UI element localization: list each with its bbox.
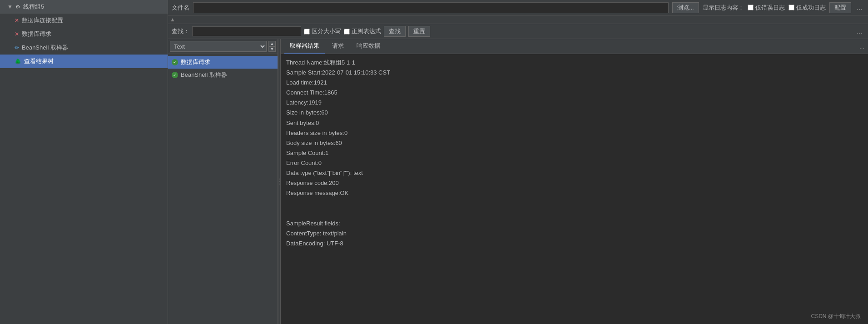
- regex-group: 正则表达式: [344, 27, 381, 35]
- result-line: Connect Time:1865: [286, 88, 863, 98]
- errors-only-checkbox[interactable]: [748, 5, 754, 10]
- sidebar-item-label: 查看结果树: [24, 57, 54, 65]
- result-line: Sample Start:2022-07-01 15:10:33 CST: [286, 68, 863, 78]
- result-line: Error Count:0: [286, 158, 863, 168]
- status-dot-green: [172, 72, 178, 78]
- browse-button[interactable]: 浏览...: [672, 2, 699, 13]
- search-dots-button[interactable]: ...: [855, 27, 864, 35]
- case-sensitive-group: 区分大小写: [304, 27, 341, 35]
- result-line: Thread Name:线程组5 1-1: [286, 58, 863, 68]
- tab-label: 取样器结果: [290, 42, 319, 49]
- result-line: [286, 198, 863, 208]
- watermark: CSDN @十旬叶大叔: [811, 313, 861, 320]
- result-line: ContentType: text/plain: [286, 229, 863, 239]
- result-line: Response code:200: [286, 178, 863, 188]
- search-label: 查找：: [172, 27, 189, 35]
- sidebar-item-view-results-tree[interactable]: 🌲 查看结果树: [0, 55, 168, 68]
- arrow-down-btn[interactable]: ▼: [268, 46, 276, 52]
- case-sensitive-label: 区分大小写: [312, 27, 341, 35]
- result-line: Sent bytes:0: [286, 118, 863, 128]
- sidebar-item-db-config[interactable]: ✕ 数据库连接配置: [0, 14, 168, 27]
- log-label: 显示日志内容：: [703, 4, 744, 12]
- sidebar-item-thread-group[interactable]: ▼ ⚙ 线程组5: [0, 0, 168, 14]
- file-path-input[interactable]: [193, 2, 669, 13]
- main-content: 文件名 浏览... 显示日志内容： 仅错误日志 仅成功日志 配置 ... ▲ 查…: [168, 0, 868, 324]
- tab-label: 请求: [332, 42, 344, 49]
- result-line: SampleResult fields:: [286, 219, 863, 229]
- tab-sampler-result[interactable]: 取样器结果: [284, 39, 325, 54]
- collapse-row: ▲: [168, 15, 868, 24]
- search-input[interactable]: [192, 26, 301, 36]
- sidebar-item-label: BeanShell 取样器: [22, 44, 68, 52]
- reset-button[interactable]: 重置: [408, 26, 430, 37]
- result-line: Load time:1921: [286, 78, 863, 88]
- regex-checkbox[interactable]: [344, 29, 350, 35]
- find-button[interactable]: 查找: [384, 26, 406, 37]
- collapse-arrow[interactable]: ▲: [170, 16, 175, 23]
- pencil-icon: ✏: [15, 45, 19, 51]
- config-button[interactable]: 配置: [829, 2, 851, 13]
- case-sensitive-checkbox[interactable]: [304, 29, 310, 35]
- content-area: Text RegExp Tester CSS/JQuery Tester XPa…: [168, 39, 868, 324]
- tree-item-label: BeanShell 取样器: [181, 71, 227, 79]
- gear-icon: ⚙: [15, 4, 20, 10]
- success-only-checkbox[interactable]: [789, 5, 794, 10]
- tree-item-beanshell[interactable]: BeanShell 取样器: [168, 69, 278, 81]
- arrow-up-btn[interactable]: ▲: [268, 41, 276, 46]
- file-label: 文件名: [172, 4, 189, 12]
- sidebar-item-label: 线程组5: [23, 3, 44, 11]
- toolbar: 文件名 浏览... 显示日志内容： 仅错误日志 仅成功日志 配置 ...: [168, 0, 868, 15]
- sidebar-item-beanshell[interactable]: ✏ BeanShell 取样器: [0, 41, 168, 55]
- result-line: Latency:1919: [286, 98, 863, 108]
- result-line: Response message:OK: [286, 188, 863, 198]
- result-line: Size in bytes:60: [286, 108, 863, 118]
- sidebar-item-label: 数据库请求: [22, 30, 51, 38]
- result-line: Data type ("text"|"bin"|""): text: [286, 168, 863, 178]
- errors-only-group: 仅错误日志: [748, 4, 785, 12]
- success-only-label: 仅成功日志: [796, 4, 826, 12]
- success-only-group: 仅成功日志: [789, 4, 826, 12]
- tab-response-data[interactable]: 响应数据: [351, 39, 386, 54]
- tab-request[interactable]: 请求: [327, 39, 349, 54]
- format-select[interactable]: Text RegExp Tester CSS/JQuery Tester XPa…: [170, 41, 267, 52]
- tree-item-label: 数据库请求: [181, 58, 210, 66]
- left-panel: Text RegExp Tester CSS/JQuery Tester XPa…: [168, 39, 278, 324]
- errors-only-label: 仅错误日志: [755, 4, 785, 12]
- tree-icon: 🌲: [15, 58, 21, 65]
- tabs-bar: 取样器结果 请求 响应数据 ...: [281, 39, 868, 54]
- status-dot-green: [172, 59, 178, 65]
- result-line: Body size in bytes:60: [286, 138, 863, 148]
- sidebar-item-label: 数据库连接配置: [22, 16, 63, 25]
- arrow-buttons: ▲ ▼: [268, 41, 276, 52]
- regex-label: 正则表达式: [352, 27, 381, 35]
- right-panel: 取样器结果 请求 响应数据 ... Thread Name:线程组5 1-1Sa…: [281, 39, 868, 324]
- x-icon: ✕: [15, 31, 19, 37]
- x-icon: ✕: [15, 17, 19, 24]
- tree-item-db-request[interactable]: 数据库请求: [168, 56, 278, 69]
- result-content: Thread Name:线程组5 1-1Sample Start:2022-07…: [281, 54, 868, 324]
- result-line: Sample Count:1: [286, 148, 863, 158]
- tab-label: 响应数据: [357, 42, 380, 49]
- sidebar: ▼ ⚙ 线程组5 ✕ 数据库连接配置 ✕ 数据库请求 ✏ BeanShell 取…: [0, 0, 168, 324]
- toolbar-dots-button[interactable]: ...: [855, 4, 864, 12]
- result-line: DataEncoding: UTF-8: [286, 239, 863, 249]
- tree-list: 数据库请求 BeanShell 取样器: [168, 54, 278, 324]
- format-dropdown-row: Text RegExp Tester CSS/JQuery Tester XPa…: [168, 39, 278, 54]
- arrow-icon: ▼: [7, 4, 13, 10]
- search-bar: 查找： 区分大小写 正则表达式 查找 重置 ...: [168, 24, 868, 39]
- result-line: Headers size in bytes:0: [286, 128, 863, 138]
- result-line: [286, 208, 863, 218]
- sidebar-item-db-request[interactable]: ✕ 数据库请求: [0, 27, 168, 41]
- tabs-dots[interactable]: ...: [859, 43, 864, 50]
